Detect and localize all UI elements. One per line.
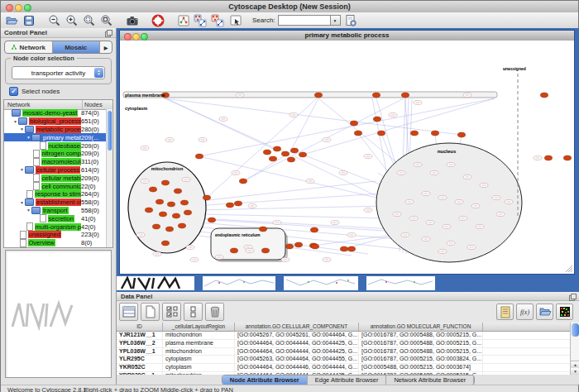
table-row[interactable]: YPL036W__2plasma membrane[GO:0044464, GO…	[117, 340, 571, 348]
network-node[interactable]	[281, 151, 289, 156]
search-input[interactable]	[278, 15, 331, 26]
tree-row[interactable]: ▼primary metabo209(...	[4, 133, 107, 141]
network-node[interactable]	[373, 117, 380, 122]
network-node[interactable]	[172, 213, 179, 218]
network-node[interactable]	[226, 203, 233, 208]
network-node[interactable]	[273, 146, 280, 151]
network-node[interactable]	[167, 202, 175, 207]
network-node[interactable]	[563, 155, 571, 160]
network-node[interactable]	[311, 244, 318, 249]
disclosure-icon[interactable]: ▼	[19, 200, 25, 205]
tree-row[interactable]: ▼metabolic process280(0)	[4, 126, 107, 134]
table-column-header[interactable]: ID	[117, 323, 163, 331]
network-view-frame[interactable]: primary metabolic process plasma membran…	[119, 30, 575, 275]
tree-row[interactable]: response to stimulu264(0)	[4, 190, 107, 198]
tree-row[interactable]: unassigned223(0)	[4, 231, 107, 239]
network-node[interactable]	[156, 199, 163, 204]
birdseye-view[interactable]	[5, 250, 112, 378]
tree-row[interactable]: ▼biological_process651(0)	[4, 117, 107, 126]
tree-col-nodes[interactable]: Nodes	[83, 100, 112, 109]
scroll-up-icon[interactable]: ▲	[571, 361, 579, 368]
table-row[interactable]: YLR295Ccytoplasm[GO:0045263, GO:0044464,…	[117, 356, 571, 364]
select-attributes-icon[interactable]	[162, 303, 181, 321]
tree-row[interactable]: Overview8(0)	[4, 239, 107, 247]
network-node[interactable]	[161, 180, 169, 185]
network-node[interactable]	[401, 93, 409, 98]
tree-col-network[interactable]: Network	[4, 100, 83, 109]
network-node[interactable]	[152, 224, 160, 229]
search-dropdown-button[interactable]: ▼	[331, 15, 341, 26]
network-node[interactable]	[269, 156, 276, 161]
tree-row[interactable]: ▼cellular process614(0)	[4, 166, 107, 174]
network-node[interactable]	[203, 195, 210, 200]
disclosure-icon[interactable]: ▼	[19, 127, 25, 131]
heatmap-icon[interactable]	[556, 304, 573, 320]
notepad-icon[interactable]	[496, 304, 514, 320]
network-node[interactable]	[145, 208, 152, 213]
network-node[interactable]	[285, 244, 293, 249]
table-scrollbar-buttons[interactable]: ▲▼	[571, 361, 579, 375]
browser-tab[interactable]: Node Attribute Browser	[223, 375, 308, 385]
tree-row[interactable]: ▼transport558(0)	[4, 207, 107, 215]
network-node[interactable]	[540, 93, 548, 98]
network-node[interactable]	[230, 248, 237, 253]
tab-overflow-button[interactable]: ▶	[100, 41, 112, 53]
table-row[interactable]: YKR052Ccytoplasm[GO:0044464, GO:0044446,…	[117, 364, 571, 372]
attribute-grid-icon[interactable]	[119, 303, 138, 321]
network-node[interactable]	[259, 227, 266, 232]
browser-tab[interactable]: Edge Attribute Browser	[308, 375, 387, 385]
table-column-header[interactable]: annotation.GO CELLULAR_COMPONENT	[235, 323, 359, 331]
network-node[interactable]	[544, 155, 552, 160]
network-node[interactable]	[372, 93, 380, 98]
save-session-icon[interactable]	[22, 13, 36, 27]
network-canvas[interactable]: plasma membrane cytoplasm mitochondrion …	[120, 41, 574, 274]
network-node[interactable]	[431, 131, 438, 136]
tree-row[interactable]: mosaic-demo-yeast874(0)	[4, 109, 107, 117]
network-node[interactable]	[377, 131, 385, 136]
zoom-out-icon[interactable]	[47, 13, 61, 27]
tree-scrollbar[interactable]	[106, 109, 112, 247]
disclosure-icon[interactable]: ▼	[12, 119, 18, 124]
help-ring-icon[interactable]	[151, 13, 165, 27]
window-titlebar[interactable]: Cytoscape Desktop (New Session)	[1, 1, 578, 13]
snapshot-icon[interactable]	[125, 13, 139, 27]
tree-row[interactable]: nucleobase-209(0)	[4, 141, 107, 150]
network-node[interactable]	[208, 218, 215, 222]
node-color-select[interactable]: transporter activity ▲▼	[12, 66, 105, 79]
unselect-attributes-icon[interactable]	[184, 303, 203, 321]
table-scrollbar[interactable]: ▲▼	[570, 323, 579, 375]
network-node[interactable]	[290, 148, 298, 153]
zoom-in-icon[interactable]	[65, 13, 79, 27]
table-column-header[interactable]: annotation.GO MOLECULAR_FUNCTION	[359, 323, 483, 331]
tree-row[interactable]: nitrogen compo209(0)	[4, 150, 107, 158]
zoom-selected-icon[interactable]	[82, 13, 96, 27]
zoom-fit-icon[interactable]	[99, 13, 113, 27]
network-node[interactable]	[314, 93, 322, 98]
network-node[interactable]	[310, 227, 318, 232]
network-node[interactable]	[165, 227, 173, 232]
network-node[interactable]	[234, 201, 242, 206]
network-node[interactable]	[180, 200, 188, 205]
select-network-icon[interactable]	[228, 13, 242, 27]
background-window-3[interactable]	[284, 276, 358, 290]
disclosure-icon[interactable]: ▼	[19, 167, 25, 172]
float-panel-icon[interactable]	[105, 30, 112, 41]
tab-network[interactable]: Network	[5, 41, 53, 53]
network-node[interactable]	[159, 212, 166, 217]
network-overlay-icon[interactable]	[194, 13, 208, 27]
background-window-4[interactable]	[366, 276, 435, 290]
table-scrollbar-thumb[interactable]	[572, 323, 579, 337]
network-node[interactable]	[354, 131, 361, 136]
tree-row[interactable]: multi-organism pro42(0)	[4, 222, 107, 231]
network-node[interactable]	[347, 246, 355, 251]
function-builder-icon[interactable]: f(x)	[516, 304, 534, 320]
network-node[interactable]	[184, 210, 191, 215]
network-node[interactable]	[350, 121, 357, 126]
import-attributes-icon[interactable]	[536, 304, 553, 320]
network-node[interactable]	[340, 246, 347, 251]
network-node[interactable]	[174, 189, 181, 194]
configure-search-icon[interactable]	[344, 13, 358, 27]
tree-scrollbar-thumb[interactable]	[108, 111, 112, 151]
disclosure-icon[interactable]: ▼	[26, 208, 31, 213]
network-node[interactable]	[178, 223, 185, 228]
